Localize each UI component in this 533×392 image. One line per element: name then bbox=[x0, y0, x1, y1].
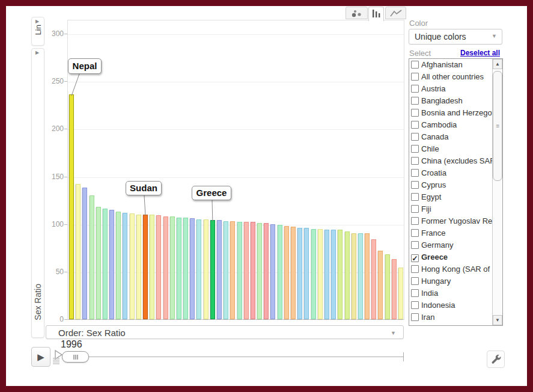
scroll-down-button[interactable]: ▼ bbox=[493, 315, 502, 325]
checkbox[interactable] bbox=[411, 229, 419, 237]
list-item-fiji[interactable]: Fiji bbox=[409, 203, 492, 215]
bar-nepal[interactable] bbox=[69, 94, 74, 319]
checkbox[interactable] bbox=[411, 73, 419, 81]
timeline-track[interactable] bbox=[62, 357, 404, 357]
list-item-china-excludes-sars[interactable]: China (excludes SARs ... bbox=[409, 155, 492, 167]
checkbox[interactable] bbox=[411, 313, 419, 321]
bar-country-47[interactable] bbox=[378, 251, 383, 319]
bar-country-29[interactable] bbox=[257, 223, 262, 319]
color-mode-dropdown[interactable]: Unique colors ▼ bbox=[409, 29, 502, 44]
list-item-austria[interactable]: Austria bbox=[409, 83, 492, 95]
list-item-indonesia[interactable]: Indonesia bbox=[409, 299, 492, 311]
bar-country-48[interactable] bbox=[385, 254, 390, 319]
bar-country-32[interactable] bbox=[278, 225, 282, 319]
bar-country-42[interactable] bbox=[345, 231, 350, 319]
checkbox[interactable] bbox=[411, 157, 419, 165]
list-item-bosnia-and-herzegovina[interactable]: Bosnia and Herzegovina bbox=[409, 107, 492, 119]
list-item-hong-kong-sar-of-ch[interactable]: Hong Kong (SAR of Ch... bbox=[409, 263, 492, 275]
scroll-up-button[interactable]: ▲ bbox=[493, 59, 502, 69]
list-item-germany[interactable]: Germany bbox=[409, 239, 492, 251]
bar-country-15[interactable] bbox=[163, 216, 168, 319]
checkbox[interactable] bbox=[411, 193, 419, 201]
checkbox-checked[interactable]: ✓ bbox=[411, 254, 419, 262]
tab-line-chart[interactable] bbox=[385, 7, 406, 19]
list-item-former-yugoslav-repu[interactable]: Former Yugoslav Repu... bbox=[409, 215, 492, 227]
bar-country-4[interactable] bbox=[90, 195, 94, 319]
list-item-greece[interactable]: ✓Greece bbox=[409, 251, 492, 263]
list-item-india[interactable]: India bbox=[409, 287, 492, 299]
list-item-hungary[interactable]: Hungary bbox=[409, 275, 492, 287]
timeline-slider-handle[interactable] bbox=[62, 351, 89, 363]
checkbox[interactable] bbox=[411, 289, 419, 297]
checkbox[interactable] bbox=[411, 181, 419, 189]
bar-country-30[interactable] bbox=[264, 223, 269, 319]
bar-country-5[interactable] bbox=[96, 207, 101, 319]
checkbox[interactable] bbox=[411, 97, 419, 105]
bar-country-18[interactable] bbox=[183, 218, 188, 319]
bar-country-7[interactable] bbox=[109, 210, 114, 319]
checkbox[interactable] bbox=[411, 61, 419, 69]
callout-greece[interactable]: Greece bbox=[192, 186, 231, 200]
checkbox[interactable] bbox=[411, 169, 419, 177]
bar-country-16[interactable] bbox=[170, 216, 175, 319]
checkbox[interactable] bbox=[411, 121, 419, 129]
settings-button[interactable] bbox=[487, 351, 505, 368]
bar-country-39[interactable] bbox=[324, 230, 329, 319]
y-scale-selector[interactable]: ▶ Lin bbox=[31, 17, 44, 46]
bar-country-23[interactable] bbox=[217, 220, 222, 319]
checkbox[interactable] bbox=[411, 241, 419, 249]
bar-country-44[interactable] bbox=[358, 233, 363, 319]
bar-country-45[interactable] bbox=[365, 233, 370, 319]
bar-country-26[interactable] bbox=[237, 222, 242, 319]
list-item-cambodia[interactable]: Cambodia bbox=[409, 119, 492, 131]
y-axis-variable-selector[interactable]: ▶ Sex Ratio bbox=[31, 48, 44, 338]
play-button[interactable]: ▶ bbox=[31, 347, 50, 367]
bar-country-33[interactable] bbox=[284, 226, 289, 319]
checkbox[interactable] bbox=[411, 277, 419, 285]
bar-country-9[interactable] bbox=[123, 213, 127, 319]
bar-country-43[interactable] bbox=[352, 233, 356, 319]
bar-country-20[interactable] bbox=[196, 219, 201, 319]
bar-country-21[interactable] bbox=[204, 219, 209, 319]
list-item-egypt[interactable]: Egypt bbox=[409, 191, 492, 203]
bar-sudan[interactable] bbox=[143, 215, 148, 319]
list-item-croatia[interactable]: Croatia bbox=[409, 167, 492, 179]
bar-country-24[interactable] bbox=[224, 221, 228, 319]
bar-country-34[interactable] bbox=[291, 227, 296, 319]
bar-greece[interactable] bbox=[210, 220, 215, 319]
bar-country-14[interactable] bbox=[156, 215, 161, 319]
checkbox[interactable] bbox=[411, 205, 419, 213]
bar-country-46[interactable] bbox=[371, 239, 376, 319]
bar-country-17[interactable] bbox=[177, 218, 181, 319]
bar-country-6[interactable] bbox=[103, 209, 108, 319]
checkbox[interactable] bbox=[411, 133, 419, 141]
checkbox[interactable] bbox=[411, 109, 419, 117]
order-dropdown[interactable]: Order: Sex Ratio ▼ bbox=[46, 325, 404, 339]
list-item-chile[interactable]: Chile bbox=[409, 143, 492, 155]
checkbox[interactable] bbox=[411, 85, 419, 93]
bar-country-25[interactable] bbox=[230, 221, 235, 319]
list-item-bangladesh[interactable]: Bangladesh bbox=[409, 95, 492, 107]
list-item-france[interactable]: France bbox=[409, 227, 492, 239]
bar-country-8[interactable] bbox=[116, 212, 121, 319]
bar-country-40[interactable] bbox=[331, 230, 336, 319]
list-item-cyprus[interactable]: Cyprus bbox=[409, 179, 492, 191]
tab-scatter-chart[interactable] bbox=[346, 7, 368, 19]
listbox-scrollbar[interactable]: ▲ ≡ ▼ bbox=[492, 59, 502, 325]
bar-country-41[interactable] bbox=[338, 230, 343, 319]
bar-country-37[interactable] bbox=[311, 229, 316, 319]
bar-country-13[interactable] bbox=[150, 215, 154, 319]
checkbox[interactable] bbox=[411, 145, 419, 153]
bar-country-27[interactable] bbox=[244, 222, 249, 319]
list-item-afghanistan[interactable]: Afghanistan bbox=[409, 59, 492, 71]
callout-sudan[interactable]: Sudan bbox=[126, 181, 162, 195]
list-item-canada[interactable]: Canada bbox=[409, 131, 492, 143]
country-listbox[interactable]: AfghanistanAll other countriesAustriaBan… bbox=[409, 58, 503, 326]
checkbox[interactable] bbox=[411, 301, 419, 309]
callout-nepal[interactable]: Nepal bbox=[68, 58, 102, 74]
bar-country-38[interactable] bbox=[318, 229, 323, 319]
bar-country-11[interactable] bbox=[136, 215, 141, 319]
list-item-iraq[interactable]: Iraq bbox=[409, 323, 492, 325]
bar-country-36[interactable] bbox=[304, 228, 309, 319]
checkbox[interactable] bbox=[411, 217, 419, 225]
